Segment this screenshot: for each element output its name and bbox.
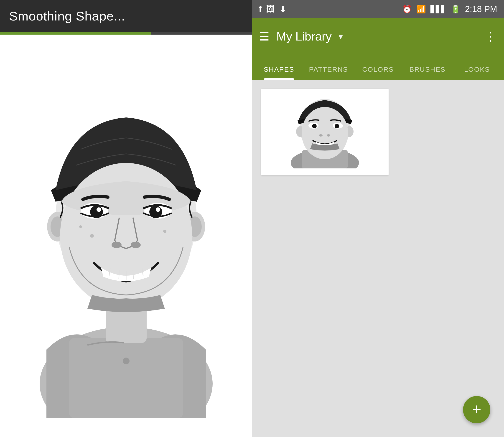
tab-colors-label: COLORS bbox=[362, 66, 394, 73]
fab-add-button[interactable]: + bbox=[463, 396, 490, 423]
signal-icon: ▋▋▋ bbox=[431, 5, 446, 13]
wifi-icon: 📶 bbox=[416, 5, 426, 14]
tab-brushes-label: BRUSHES bbox=[409, 66, 445, 73]
svg-point-39 bbox=[319, 134, 323, 137]
left-content bbox=[0, 35, 252, 437]
svg-line-19 bbox=[119, 270, 119, 279]
hamburger-icon[interactable]: ☰ bbox=[259, 30, 270, 43]
tab-patterns[interactable]: PATTERNS bbox=[304, 59, 353, 80]
content-area: + bbox=[252, 80, 504, 437]
svg-point-34 bbox=[302, 107, 348, 159]
svg-point-12 bbox=[97, 207, 101, 212]
download-icon: ⬇ bbox=[279, 4, 287, 14]
svg-point-16 bbox=[111, 242, 121, 248]
right-panel: f 🖼 ⬇ ⏰ 📶 ▋▋▋ 🔋 2:18 PM ☰ My Library bbox=[252, 0, 504, 437]
svg-line-21 bbox=[133, 270, 133, 279]
svg-point-36 bbox=[312, 124, 317, 128]
tab-colors[interactable]: COLORS bbox=[353, 59, 403, 80]
portrait-art bbox=[24, 54, 229, 418]
app-bar-left: ☰ My Library ▾ bbox=[259, 30, 343, 43]
svg-point-15 bbox=[156, 207, 160, 212]
tabs-bar: SHAPES PATTERNS COLORS BRUSHES LOOKS bbox=[252, 55, 504, 80]
svg-point-17 bbox=[131, 242, 141, 248]
status-time: 2:18 PM bbox=[465, 4, 497, 14]
portrait-svg bbox=[24, 54, 229, 418]
left-panel: Smoothing Shape... bbox=[0, 0, 252, 437]
progress-bar-fill bbox=[0, 32, 151, 35]
dropdown-icon[interactable]: ▾ bbox=[339, 31, 343, 41]
svg-point-26 bbox=[123, 358, 130, 364]
tab-looks-label: LOOKS bbox=[464, 66, 490, 73]
fab-plus-icon: + bbox=[472, 401, 482, 417]
svg-point-38 bbox=[335, 124, 339, 128]
svg-point-40 bbox=[327, 134, 330, 137]
svg-point-25 bbox=[163, 230, 166, 233]
shape-card[interactable] bbox=[261, 89, 389, 175]
status-bar-right: ⏰ 📶 ▋▋▋ 🔋 2:18 PM bbox=[402, 4, 497, 14]
svg-point-23 bbox=[90, 234, 94, 238]
svg-point-24 bbox=[79, 225, 82, 228]
image-icon: 🖼 bbox=[266, 4, 275, 14]
app-bar: ☰ My Library ▾ ⋮ bbox=[252, 18, 504, 55]
progress-bar-container bbox=[0, 32, 252, 35]
alarm-icon: ⏰ bbox=[402, 5, 412, 14]
tab-brushes[interactable]: BRUSHES bbox=[403, 59, 452, 80]
tab-patterns-label: PATTERNS bbox=[309, 66, 348, 73]
app-bar-title: My Library bbox=[276, 30, 332, 43]
tab-shapes[interactable]: SHAPES bbox=[254, 59, 304, 80]
battery-icon: 🔋 bbox=[451, 5, 460, 14]
shape-thumbnail-svg bbox=[284, 96, 366, 169]
more-options-icon[interactable]: ⋮ bbox=[484, 30, 497, 43]
left-header: Smoothing Shape... bbox=[0, 0, 252, 32]
facebook-icon: f bbox=[259, 4, 262, 14]
status-bar: f 🖼 ⬇ ⏰ 📶 ▋▋▋ 🔋 2:18 PM bbox=[252, 0, 504, 18]
svg-rect-2 bbox=[69, 338, 183, 418]
status-bar-left: f 🖼 ⬇ bbox=[259, 4, 287, 14]
tab-shapes-label: SHAPES bbox=[264, 66, 294, 73]
tab-looks[interactable]: LOOKS bbox=[452, 59, 502, 80]
left-header-title: Smoothing Shape... bbox=[9, 9, 125, 23]
shape-card-inner bbox=[261, 89, 389, 175]
